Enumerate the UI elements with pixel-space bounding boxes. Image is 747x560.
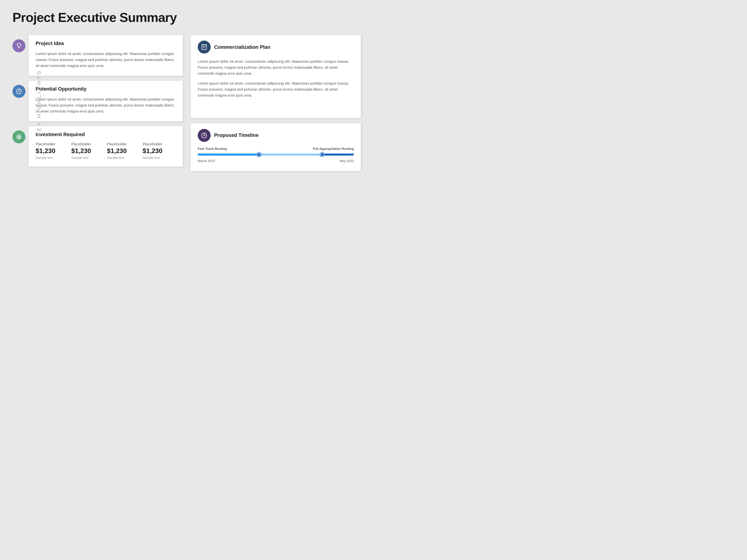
svg-point-8 xyxy=(19,89,20,90)
timeline-labels: Fast Track Routing Full Appropriation Ro… xyxy=(198,147,354,151)
investment-item-3: Placeholder $1,230 Sample text xyxy=(107,142,140,160)
svg-rect-16 xyxy=(206,44,207,45)
right-column: Commercialization Plan Lorem ipsum dolor… xyxy=(190,35,361,171)
project-idea-title: Project Idea xyxy=(35,41,176,46)
timeline-dates: March 2023 May 2023 xyxy=(198,159,354,163)
left-column: KEY HIGHLIGHTS Project Idea Lorem ipsum … xyxy=(12,35,183,171)
proposed-timeline-card: Proposed Timeline Fast Track Routing Ful… xyxy=(190,123,361,171)
investment-item-2: Placeholder $1,230 Sample text xyxy=(71,142,104,160)
project-idea-card: Project Idea Lorem ipsum dolor sit amet,… xyxy=(28,35,183,76)
investment-amount-4: $1,230 xyxy=(143,147,176,155)
project-idea-body: Lorem ipsum dolor sit amet, consectetuer… xyxy=(35,51,176,69)
timeline-bar-segment-2 xyxy=(261,154,320,156)
investment-amount-2: $1,230 xyxy=(71,147,104,155)
investment-placeholder-1: Placeholder xyxy=(35,142,69,146)
full-appropriation-label: Full Appropriation Routing xyxy=(313,147,354,151)
investment-placeholder-4: Placeholder xyxy=(143,142,176,146)
svg-line-5 xyxy=(21,44,21,45)
svg-text:$: $ xyxy=(18,135,20,138)
investment-required-card: Investment Required Placeholder $1,230 S… xyxy=(28,126,183,167)
svg-point-20 xyxy=(204,135,205,136)
proposed-timeline-header: Proposed Timeline xyxy=(198,129,354,142)
commercialization-plan-card: Commercialization Plan Lorem ipsum dolor… xyxy=(190,35,361,118)
timeline-dot-2 xyxy=(320,153,324,157)
investment-required-icon: $ xyxy=(12,130,25,143)
proposed-timeline-title: Proposed Timeline xyxy=(214,132,259,138)
investment-sample-1: Sample text xyxy=(35,156,69,160)
investment-sample-2: Sample text xyxy=(71,156,104,160)
investment-sample-3: Sample text xyxy=(107,156,140,160)
investment-placeholder-2: Placeholder xyxy=(71,142,104,146)
timeline-date-start: March 2023 xyxy=(198,159,215,163)
main-grid: KEY HIGHLIGHTS Project Idea Lorem ipsum … xyxy=(12,35,361,171)
investment-placeholder-3: Placeholder xyxy=(107,142,140,146)
timeline-dot-1 xyxy=(257,153,261,157)
investment-item-4: Placeholder $1,230 Sample text xyxy=(143,142,176,160)
commercialization-para1: Lorem ipsum dolor sit amet, consectetuer… xyxy=(198,58,354,76)
page-title: Project Executive Summary xyxy=(12,10,361,25)
timeline-bar xyxy=(198,153,354,157)
timeline-date-end: May 2023 xyxy=(340,159,354,163)
proposed-timeline-icon xyxy=(198,129,211,142)
commercialization-plan-title: Commercialization Plan xyxy=(214,44,271,50)
commercialization-plan-header: Commercialization Plan xyxy=(198,41,354,54)
svg-rect-15 xyxy=(202,44,203,45)
potential-opportunity-title: Potential Opportunity xyxy=(35,86,176,92)
commercialization-plan-body: Lorem ipsum dolor sit amet, consectetuer… xyxy=(198,58,354,98)
project-idea-icon xyxy=(12,39,25,52)
svg-point-0 xyxy=(17,43,21,47)
commercialization-para2: Lorem ipsum dolor sit amet, consectetuer… xyxy=(198,80,354,98)
timeline-bar-segment-1 xyxy=(198,154,257,156)
potential-opportunity-body: Lorem ipsum dolor sit amet, consectetuer… xyxy=(35,96,176,114)
investment-required-title: Investment Required xyxy=(35,132,176,137)
investment-sample-4: Sample text xyxy=(143,156,176,160)
investment-item-1: Placeholder $1,230 Sample text xyxy=(35,142,69,160)
investment-grid: Placeholder $1,230 Sample text Placehold… xyxy=(35,142,176,160)
commercialization-plan-icon xyxy=(198,41,211,54)
timeline-bar-segment-3 xyxy=(324,154,354,156)
timeline-section: Fast Track Routing Full Appropriation Ro… xyxy=(198,147,354,163)
fast-track-label: Fast Track Routing xyxy=(198,147,227,151)
investment-amount-1: $1,230 xyxy=(35,147,69,155)
svg-line-4 xyxy=(17,44,18,45)
investment-amount-3: $1,230 xyxy=(107,147,140,155)
potential-opportunity-card: Potential Opportunity Lorem ipsum dolor … xyxy=(28,80,183,122)
svg-rect-11 xyxy=(202,45,206,50)
key-highlights-label: KEY HIGHLIGHTS xyxy=(36,70,42,137)
potential-opportunity-icon xyxy=(12,85,25,98)
